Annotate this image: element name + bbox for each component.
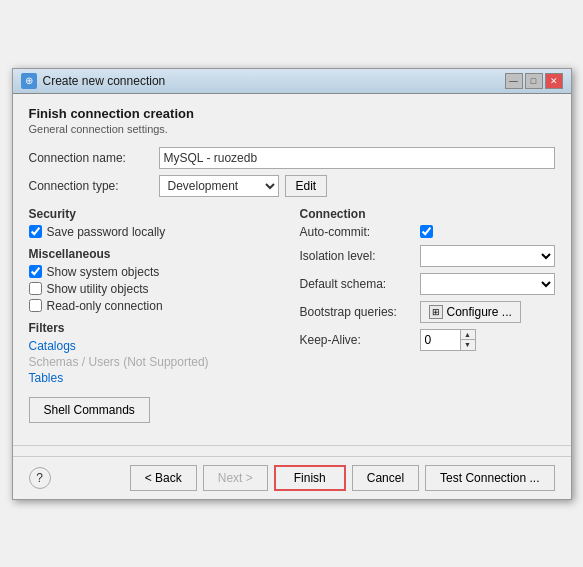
configure-label: Configure ... xyxy=(447,305,512,319)
spinner-up-button[interactable]: ▲ xyxy=(461,330,475,341)
bottom-left: ? xyxy=(29,467,51,489)
page-title: Finish connection creation xyxy=(29,106,555,121)
two-col-layout: Security Save password locally Miscellan… xyxy=(29,207,555,423)
save-password-label: Save password locally xyxy=(47,225,166,239)
window-title: Create new connection xyxy=(43,74,166,88)
help-button[interactable]: ? xyxy=(29,467,51,489)
save-password-row: Save password locally xyxy=(29,225,284,239)
cancel-button[interactable]: Cancel xyxy=(352,465,419,491)
finish-button[interactable]: Finish xyxy=(274,465,346,491)
auto-commit-checkbox[interactable] xyxy=(420,225,433,238)
isolation-level-row: Isolation level: xyxy=(300,245,555,267)
connection-name-row: Connection name: xyxy=(29,147,555,169)
show-utility-objects-row: Show utility objects xyxy=(29,282,284,296)
connection-section-title: Connection xyxy=(300,207,555,221)
auto-commit-label: Auto-commit: xyxy=(300,225,420,239)
title-bar-controls: — □ ✕ xyxy=(505,73,563,89)
auto-commit-row: Auto-commit: xyxy=(300,225,555,239)
bottom-right: < Back Next > Finish Cancel Test Connect… xyxy=(130,465,555,491)
connection-name-label: Connection name: xyxy=(29,151,159,165)
left-column: Security Save password locally Miscellan… xyxy=(29,207,284,423)
window-content: Finish connection creation General conne… xyxy=(13,94,571,435)
connection-type-select[interactable]: Development Production Test xyxy=(159,175,279,197)
filters-section: Filters Catalogs Schemas / Users (Not Su… xyxy=(29,321,284,385)
title-bar-left: ⊕ Create new connection xyxy=(21,73,166,89)
shell-commands-button[interactable]: Shell Commands xyxy=(29,397,150,423)
connection-name-input[interactable] xyxy=(159,147,555,169)
spinner-down-button[interactable]: ▼ xyxy=(461,340,475,350)
minimize-button[interactable]: — xyxy=(505,73,523,89)
default-schema-row: Default schema: xyxy=(300,273,555,295)
page-subtitle: General connection settings. xyxy=(29,123,555,135)
back-button[interactable]: < Back xyxy=(130,465,197,491)
maximize-button[interactable]: □ xyxy=(525,73,543,89)
filters-title: Filters xyxy=(29,321,284,335)
keep-alive-input[interactable] xyxy=(420,329,460,351)
security-title: Security xyxy=(29,207,284,221)
default-schema-select[interactable] xyxy=(420,273,555,295)
keep-alive-spinner: ▲ ▼ xyxy=(420,329,476,351)
spinner-controls: ▲ ▼ xyxy=(460,329,476,351)
schemas-link[interactable]: Schemas / Users (Not Supported) xyxy=(29,355,284,369)
bootstrap-queries-label: Bootstrap queries: xyxy=(300,305,420,319)
connection-type-label: Connection type: xyxy=(29,179,159,193)
default-schema-label: Default schema: xyxy=(300,277,420,291)
main-window: ⊕ Create new connection — □ ✕ Finish con… xyxy=(12,68,572,500)
test-connection-button[interactable]: Test Connection ... xyxy=(425,465,554,491)
right-column: Connection Auto-commit: Isolation level: xyxy=(300,207,555,423)
bottom-bar: ? < Back Next > Finish Cancel Test Conne… xyxy=(13,456,571,499)
catalogs-link[interactable]: Catalogs xyxy=(29,339,284,353)
show-system-objects-label: Show system objects xyxy=(47,265,160,279)
tables-link[interactable]: Tables xyxy=(29,371,284,385)
isolation-level-select[interactable] xyxy=(420,245,555,267)
read-only-checkbox[interactable] xyxy=(29,299,42,312)
show-system-objects-row: Show system objects xyxy=(29,265,284,279)
show-utility-objects-checkbox[interactable] xyxy=(29,282,42,295)
close-button[interactable]: ✕ xyxy=(545,73,563,89)
read-only-row: Read-only connection xyxy=(29,299,284,313)
save-password-checkbox[interactable] xyxy=(29,225,42,238)
configure-button[interactable]: ⊞ Configure ... xyxy=(420,301,521,323)
show-system-objects-checkbox[interactable] xyxy=(29,265,42,278)
miscellaneous-title: Miscellaneous xyxy=(29,247,284,261)
read-only-label: Read-only connection xyxy=(47,299,163,313)
bootstrap-queries-row: Bootstrap queries: ⊞ Configure ... xyxy=(300,301,555,323)
next-button[interactable]: Next > xyxy=(203,465,268,491)
edit-button[interactable]: Edit xyxy=(285,175,328,197)
connection-type-row: Connection type: Development Production … xyxy=(29,175,555,197)
isolation-level-label: Isolation level: xyxy=(300,249,420,263)
keep-alive-row: Keep-Alive: ▲ ▼ xyxy=(300,329,555,351)
configure-icon: ⊞ xyxy=(429,305,443,319)
keep-alive-label: Keep-Alive: xyxy=(300,333,420,347)
window-icon: ⊕ xyxy=(21,73,37,89)
show-utility-objects-label: Show utility objects xyxy=(47,282,149,296)
auto-commit-check-container xyxy=(420,225,433,238)
divider xyxy=(13,445,571,446)
title-bar: ⊕ Create new connection — □ ✕ xyxy=(13,69,571,94)
